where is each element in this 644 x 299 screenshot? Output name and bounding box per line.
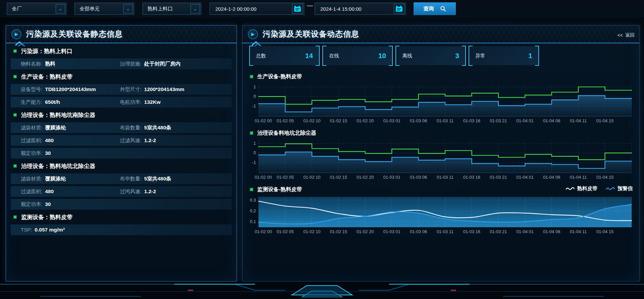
field-label: 过滤面积: [21, 137, 42, 144]
x-axis-tick: 01-04 06 [543, 175, 560, 180]
field-value: 480 [45, 188, 54, 195]
field-label: 外型尺寸: [120, 86, 142, 93]
x-axis-tick: 01-04 06 [543, 229, 560, 234]
query-button-label: 查询 [423, 5, 434, 12]
chevron-down-icon[interactable]: ⌄ [191, 4, 200, 13]
squiggle-icon [606, 187, 615, 190]
detail-row: 过滤面积:480过鸿风速:1.2-2 [11, 186, 232, 197]
calendar-icon[interactable] [292, 4, 303, 14]
x-axis-tick: 01-03 16 [463, 229, 480, 234]
field-label: 滤袋材质: [21, 176, 42, 182]
green-square-icon [13, 215, 17, 219]
detail-row: 滤袋材质:覆膜涤纶布袋数量:5室共480条 [11, 122, 232, 133]
stat-label: 在线 [329, 53, 339, 59]
play-icon: ▶ [248, 29, 258, 39]
start-date-input[interactable]: 2024-1-2 00:00:00 [210, 3, 304, 15]
plant-select[interactable]: 全厂 ⌄ [7, 3, 66, 15]
y-axis-tick: 1 [254, 84, 256, 89]
y-axis-tick: 0.2 [250, 208, 256, 213]
field-label: 生产能力: [21, 99, 42, 105]
x-axis-tick: 01-04 15 [596, 118, 613, 123]
x-axis-tick: 01-03 16 [463, 175, 480, 180]
search-icon [440, 6, 446, 12]
detail-row: 过滤面积:480过滤风速:1.2-2 [11, 135, 232, 146]
x-axis-tick: 01-03 11 [437, 118, 453, 123]
y-axis-tick: 0 [254, 150, 256, 155]
field-value: 处于封闭厂房内 [144, 60, 181, 68]
detail-cell: 滤袋材质:覆膜涤纶 [21, 124, 120, 131]
x-axis-tick: 01-04 15 [596, 175, 613, 180]
x-axis-tick: 01-02 10 [303, 175, 320, 180]
green-square-icon [13, 113, 17, 117]
detail-cell: 布袋数量:5室共480条 [120, 124, 232, 131]
section-label: 治理设备：熟料地坑南除尘器 [21, 111, 95, 119]
source-select-value: 熟料上料口 [148, 6, 173, 12]
static-info-title: 污染源及关联设备静态信息 [26, 29, 123, 39]
field-label: 物料名称: [21, 61, 42, 67]
stat-box-总数: 总数14 [250, 46, 319, 65]
query-button[interactable]: 查询 [414, 2, 456, 15]
x-axis-tick: 01-02 15 [330, 229, 347, 234]
x-axis-tick: 01-04 01 [517, 229, 534, 234]
chart-block-3: 监测设备-熟料皮带 熟料皮带 预警信0.30.20.101-02 0001-02… [250, 185, 633, 237]
end-date-input[interactable]: 2024-1-4 15:00:00 [315, 3, 406, 15]
x-axis-tick: 01-02 15 [330, 175, 347, 180]
section-label: 监测设备：熟料皮带 [21, 213, 72, 221]
section-row: 治理设备：熟料地坑南除尘器 [11, 110, 232, 120]
x-axis-tick: 01-03 21 [490, 229, 507, 234]
chart-plot: 10-101-02 0001-02 0501-02 1001-02 1501-0… [250, 139, 632, 182]
legend-item-预警信[interactable]: 预警信 [606, 185, 633, 192]
detail-cell: 物料名称:熟料 [21, 60, 120, 68]
chart-title: 监测设备-熟料皮带 [257, 186, 302, 193]
source-select[interactable]: 熟料上料口 ⌄ [143, 3, 201, 15]
field-value: 覆膜涤纶 [45, 124, 66, 131]
chevron-down-icon[interactable]: ⌄ [123, 4, 133, 13]
back-button[interactable]: << 返回 [618, 32, 635, 38]
stat-value: 1 [528, 52, 532, 60]
green-square-icon [250, 75, 253, 78]
field-label: 过滤风速: [120, 137, 142, 144]
x-axis-tick: 01-02 15 [330, 118, 347, 123]
detail-cell: 过滤面积:480 [21, 188, 120, 195]
field-value: 0.057 mg/m³ [35, 227, 65, 233]
legend-item-熟料皮带[interactable]: 熟料皮带 [566, 185, 597, 192]
field-value: 30 [45, 201, 51, 207]
chart-title-row: 治理设备料地坑北除尘器 [250, 129, 633, 137]
section-row: 污染源：熟料上料口 [11, 46, 232, 56]
chart-legend: 熟料皮带 预警信 [566, 185, 633, 192]
x-axis-tick: 01-02 05 [277, 175, 294, 180]
calendar-icon[interactable] [394, 4, 405, 14]
x-axis-tick: 01-04 11 [570, 175, 587, 180]
x-axis-tick: 01-04 01 [517, 175, 534, 180]
y-axis-tick: -1 [252, 160, 256, 165]
detail-cell: TSP:0.057 mg/m³ [21, 227, 120, 233]
x-axis-tick: 01-03 01 [383, 118, 400, 123]
detail-cell: 外型尺寸:1200*204143mm [120, 86, 232, 93]
x-axis-tick: 01-02 10 [303, 229, 320, 234]
chart-title-row: 生产设备-熟料皮带 [250, 73, 633, 81]
chevron-down-icon[interactable]: ⌄ [56, 4, 65, 13]
field-label: 设备型号: [21, 86, 42, 93]
field-value: TDB1200*204143mm [45, 86, 96, 92]
static-info-header: ▶ 污染源及关联设备静态信息 [6, 26, 236, 43]
chart-block-2: 治理设备料地坑北除尘器10-101-02 0001-02 0501-02 100… [250, 129, 633, 182]
x-axis-tick: 01-03 06 [410, 229, 427, 234]
field-label: 电机功率: [120, 99, 142, 105]
x-axis-tick: 01-03 06 [410, 118, 427, 123]
top-toolbar: 全厂 ⌄ 全部单元 ⌄ 熟料上料口 ⌄ 2024-1-2 00:00:00 20… [0, 0, 644, 17]
x-axis-tick: 01-02 20 [357, 229, 374, 234]
green-square-icon [250, 131, 253, 135]
unit-select-value: 全部单元 [79, 6, 100, 12]
x-axis-tick: 01-02 20 [357, 118, 374, 123]
unit-select[interactable]: 全部单元 ⌄ [74, 3, 134, 15]
field-value: 熟料 [45, 60, 55, 68]
detail-cell: 过滤风速:1.2-2 [120, 137, 232, 144]
detail-row: 滤袋材质:覆膜涤纶布华数量:5室共480条 [11, 173, 232, 184]
stat-label: 异常 [475, 53, 485, 59]
section-row: 监测设备：熟料皮带 [11, 212, 232, 222]
stat-box-离线: 离线3 [396, 46, 465, 65]
start-date-value: 2024-1-2 00:00:00 [215, 6, 257, 12]
back-label: 返回 [625, 32, 635, 38]
stat-label: 离线 [402, 53, 412, 59]
x-axis-tick: 01-04 01 [517, 118, 534, 123]
